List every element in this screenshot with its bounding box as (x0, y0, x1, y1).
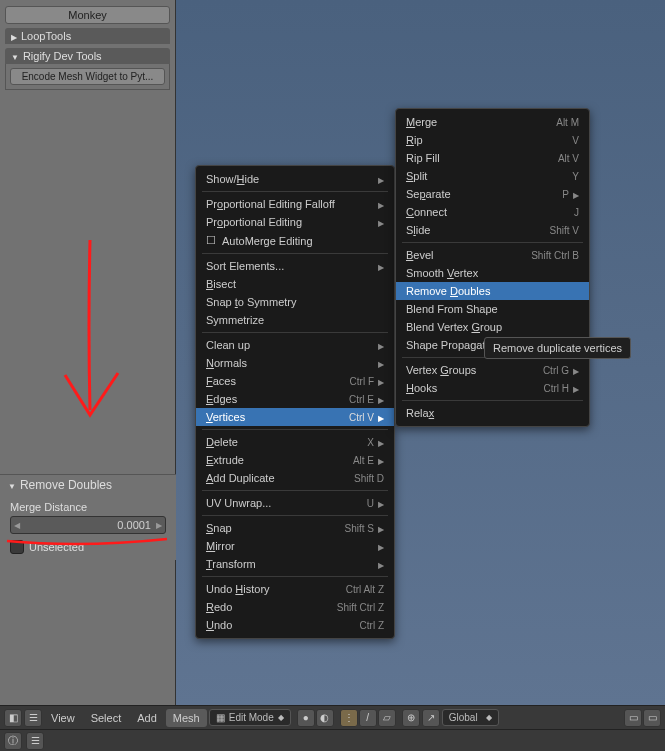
collapse-menus-icon[interactable]: ☰ (24, 709, 42, 727)
face-select-icon[interactable]: ▱ (378, 709, 396, 727)
merge-distance-label: Merge Distance (10, 501, 166, 513)
menu-item-edges[interactable]: EdgesCtrl E (196, 390, 394, 408)
menu-item-mirror[interactable]: Mirror (196, 537, 394, 555)
menu-item-connect[interactable]: ConnectJ (396, 203, 589, 221)
menu-item-rip-fill[interactable]: Rip FillAlt V (396, 149, 589, 167)
shading-solid-icon[interactable]: ● (297, 709, 315, 727)
menu-item-slide[interactable]: SlideShift V (396, 221, 589, 239)
layer-button-2[interactable]: ▭ (643, 709, 661, 727)
menu-item-add-duplicate[interactable]: Add DuplicateShift D (196, 469, 394, 487)
menu-item-transform[interactable]: Transform (196, 555, 394, 573)
annotation-underline (2, 536, 172, 548)
encode-mesh-button[interactable]: Encode Mesh Widget to Pyt... (10, 68, 165, 85)
info-header: ⓘ ☰ (0, 729, 665, 751)
pivot-icon[interactable]: ⊕ (402, 709, 420, 727)
vertex-select-icon[interactable]: ⋮ (340, 709, 358, 727)
menu-item-snap[interactable]: SnapShift S (196, 519, 394, 537)
menu-item-undo-history[interactable]: Undo HistoryCtrl Alt Z (196, 580, 394, 598)
menu-item-uv-unwrap-[interactable]: UV Unwrap...U (196, 494, 394, 512)
menu-item-split[interactable]: SplitY (396, 167, 589, 185)
menu-select[interactable]: Select (84, 709, 129, 727)
menu-item-snap-to-symmetry[interactable]: Snap to Symmetry (196, 293, 394, 311)
menu-item-hooks[interactable]: HooksCtrl H (396, 379, 589, 397)
menu-item-relax[interactable]: Relax (396, 404, 589, 422)
menu-item-proportional-editing-falloff[interactable]: Proportional Editing Falloff (196, 195, 394, 213)
menu-item-redo[interactable]: RedoShift Ctrl Z (196, 598, 394, 616)
menu-item-vertex-groups[interactable]: Vertex GroupsCtrl G (396, 361, 589, 379)
menu-item-clean-up[interactable]: Clean up (196, 336, 394, 354)
menu-item-vertices[interactable]: VerticesCtrl V (196, 408, 394, 426)
looptools-panel-header[interactable]: LoopTools (5, 28, 170, 44)
menu-item-faces[interactable]: FacesCtrl F (196, 372, 394, 390)
menu-item-sort-elements-[interactable]: Sort Elements... (196, 257, 394, 275)
edge-select-icon[interactable]: / (359, 709, 377, 727)
operator-panel: Remove Doubles Merge Distance 0.0001 Uns… (0, 474, 176, 560)
menu-add[interactable]: Add (130, 709, 164, 727)
menu-item-rip[interactable]: RipV (396, 131, 589, 149)
editor-type-icon[interactable]: ◧ (4, 709, 22, 727)
menu-item-remove-doubles[interactable]: Remove Doubles (396, 282, 589, 300)
menu-item-blend-from-shape[interactable]: Blend From Shape (396, 300, 589, 318)
vertices-submenu: MergeAlt MRipVRip FillAlt VSplitYSeparat… (395, 108, 590, 427)
edit-mode-icon: ▦ (216, 712, 225, 723)
menu-view[interactable]: View (44, 709, 82, 727)
mesh-menu: Show/HideProportional Editing FalloffPro… (195, 165, 395, 639)
menu-item-merge[interactable]: MergeAlt M (396, 113, 589, 131)
menu-item-proportional-editing[interactable]: Proportional Editing (196, 213, 394, 231)
menu-item-separate[interactable]: SeparateP (396, 185, 589, 203)
info-collapse-icon[interactable]: ☰ (26, 732, 44, 750)
operator-panel-header[interactable]: Remove Doubles (0, 474, 176, 495)
info-editor-icon[interactable]: ⓘ (4, 732, 22, 750)
merge-distance-slider[interactable]: 0.0001 (10, 516, 166, 534)
menu-item-undo[interactable]: UndoCtrl Z (196, 616, 394, 634)
viewport-header: ◧ ☰ View Select Add Mesh ▦ Edit Mode ◆ ●… (0, 705, 665, 729)
orientation-selector[interactable]: Global◆ (442, 709, 499, 726)
menu-item-symmetrize[interactable]: Symmetrize (196, 311, 394, 329)
menu-item-automerge-editing[interactable]: ☐AutoMerge Editing (196, 231, 394, 250)
menu-item-blend-vertex-group[interactable]: Blend Vertex Group (396, 318, 589, 336)
monkey-button[interactable]: Monkey (5, 6, 170, 24)
rigify-panel-header[interactable]: Rigify Dev Tools (5, 48, 170, 64)
menu-item-bisect[interactable]: Bisect (196, 275, 394, 293)
menu-item-show-hide[interactable]: Show/Hide (196, 170, 394, 188)
tooltip: Remove duplicate vertices (484, 337, 631, 359)
menu-item-bevel[interactable]: BevelShift Ctrl B (396, 246, 589, 264)
tool-shelf: Monkey LoopTools Rigify Dev Tools Encode… (0, 0, 176, 705)
menu-mesh[interactable]: Mesh (166, 709, 207, 727)
menu-item-normals[interactable]: Normals (196, 354, 394, 372)
menu-item-extrude[interactable]: ExtrudeAlt E (196, 451, 394, 469)
layer-button[interactable]: ▭ (624, 709, 642, 727)
menu-item-delete[interactable]: DeleteX (196, 433, 394, 451)
limit-selection-icon[interactable]: ◐ (316, 709, 334, 727)
mode-selector[interactable]: ▦ Edit Mode ◆ (209, 709, 291, 726)
manipulator-icon[interactable]: ↗ (422, 709, 440, 727)
menu-item-smooth-vertex[interactable]: Smooth Vertex (396, 264, 589, 282)
rigify-panel-body: Encode Mesh Widget to Pyt... (5, 64, 170, 90)
